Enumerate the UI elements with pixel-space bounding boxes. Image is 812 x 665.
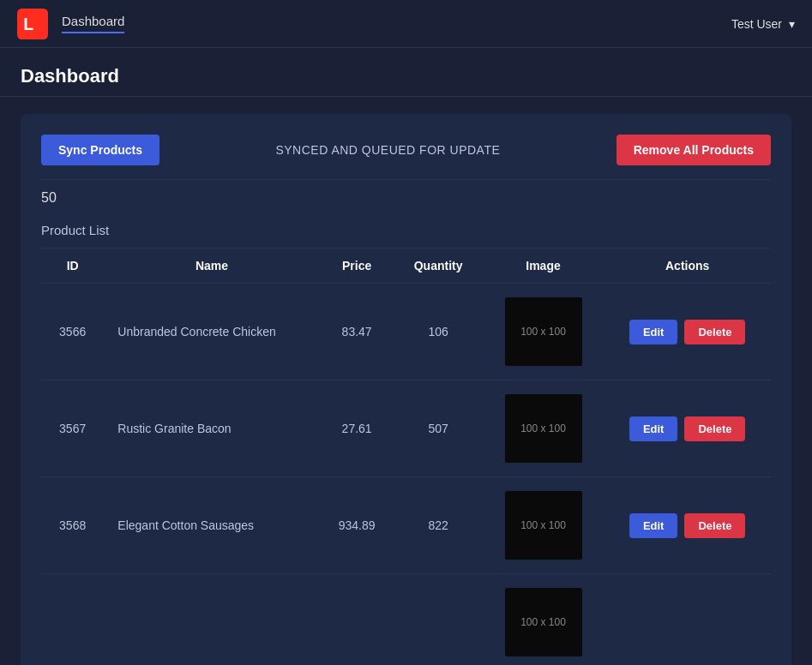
remove-all-products-button[interactable]: Remove All Products — [617, 135, 771, 165]
cell-quantity: 822 — [394, 477, 483, 574]
col-header-actions: Actions — [604, 249, 771, 284]
product-list-section: Product List ID Name Price Quantity Imag… — [41, 223, 771, 665]
product-table: ID Name Price Quantity Image Actions 356… — [41, 249, 771, 665]
cell-price: 934.89 — [320, 477, 394, 574]
edit-button[interactable]: Edit — [629, 513, 678, 538]
edit-button[interactable]: Edit — [629, 416, 678, 441]
main-content: Sync Products SYNCED AND QUEUED FOR UPDA… — [0, 97, 812, 665]
sync-products-button[interactable]: Sync Products — [41, 135, 159, 165]
synced-count: 50 — [41, 190, 771, 206]
cell-price: 83.47 — [320, 284, 394, 380]
svg-text:L: L — [23, 15, 33, 33]
toolbar: Sync Products SYNCED AND QUEUED FOR UPDA… — [41, 135, 771, 165]
table-row: 3566 Unbranded Concrete Chicken 83.47 10… — [41, 284, 771, 380]
col-header-name: Name — [104, 249, 319, 284]
main-card: Sync Products SYNCED AND QUEUED FOR UPDA… — [21, 114, 791, 665]
actions-cell: Edit Delete — [617, 320, 757, 344]
product-image-placeholder: 100 x 100 — [505, 491, 582, 560]
cell-id — [41, 574, 104, 666]
product-image-placeholder: 100 x 100 — [505, 588, 582, 656]
cell-name: Rustic Granite Bacon — [104, 380, 319, 477]
toolbar-status-label: SYNCED AND QUEUED FOR UPDATE — [275, 143, 500, 157]
product-list-title: Product List — [41, 223, 771, 237]
cell-quantity: 507 — [394, 380, 483, 477]
cell-quantity: 106 — [394, 284, 483, 380]
cell-name: Unbranded Concrete Chicken — [104, 284, 319, 380]
product-image-placeholder: 100 x 100 — [505, 394, 582, 463]
user-menu[interactable]: Test User ▾ — [731, 17, 795, 31]
actions-cell: Edit Delete — [617, 513, 757, 538]
cell-name: Elegant Cotton Sausages — [104, 477, 319, 574]
cell-name — [104, 574, 319, 666]
cell-actions: Edit Delete — [604, 284, 771, 380]
table-row: 3568 Elegant Cotton Sausages 934.89 822 … — [41, 477, 771, 574]
cell-image: 100 x 100 — [483, 284, 604, 380]
cell-price: 27.61 — [320, 380, 394, 477]
user-name: Test User — [731, 17, 782, 31]
chevron-down-icon: ▾ — [789, 17, 795, 31]
col-header-price: Price — [320, 249, 394, 284]
cell-actions: Edit Delete — [604, 380, 771, 477]
cell-image: 100 x 100 — [483, 477, 604, 574]
cell-id: 3567 — [41, 380, 104, 477]
col-header-image: Image — [483, 249, 604, 284]
cell-actions: Edit Delete — [604, 477, 771, 574]
nav-dashboard[interactable]: Dashboard — [62, 14, 124, 33]
cell-price — [320, 574, 394, 666]
table-row: 3567 Rustic Granite Bacon 27.61 507 100 … — [41, 380, 771, 477]
navbar-left: L Dashboard — [17, 9, 124, 39]
cell-id: 3566 — [41, 284, 104, 380]
delete-button[interactable]: Delete — [684, 416, 745, 441]
col-header-id: ID — [41, 249, 104, 284]
app-logo[interactable]: L — [17, 9, 48, 39]
cell-id: 3568 — [41, 477, 104, 574]
table-header-row: ID Name Price Quantity Image Actions — [41, 249, 771, 284]
cell-quantity — [394, 574, 483, 666]
table-row: 100 x 100 — [41, 574, 771, 666]
delete-button[interactable]: Delete — [684, 320, 745, 344]
product-image-placeholder: 100 x 100 — [505, 297, 582, 366]
edit-button[interactable]: Edit — [629, 320, 678, 344]
page-header: Dashboard — [0, 48, 812, 97]
page-title: Dashboard — [21, 65, 791, 87]
toolbar-divider — [41, 179, 771, 180]
actions-cell: Edit Delete — [617, 416, 757, 441]
navbar: L Dashboard Test User ▾ — [0, 0, 812, 48]
cell-actions — [604, 574, 771, 666]
delete-button[interactable]: Delete — [684, 513, 745, 538]
col-header-quantity: Quantity — [394, 249, 483, 284]
cell-image: 100 x 100 — [483, 380, 604, 477]
cell-image: 100 x 100 — [483, 574, 604, 666]
